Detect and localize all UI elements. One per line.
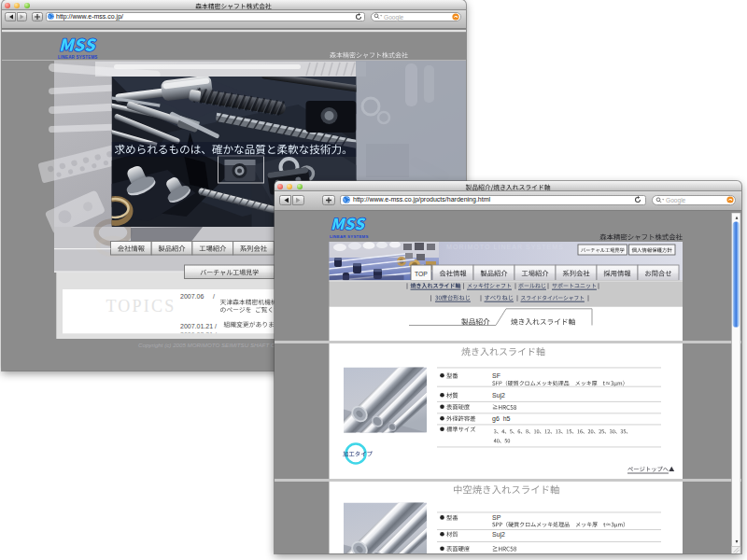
svg-text:Suj2: Suj2 <box>492 531 505 539</box>
svg-text:TOPICS: TOPICS <box>106 297 176 315</box>
svg-text:MORIMOTO LINEAR SYSTEMS: MORIMOTO LINEAR SYSTEMS <box>446 244 564 250</box>
svg-text:LINEAR SYSTEMS: LINEAR SYSTEMS <box>330 233 369 238</box>
svg-text:Suj2: Suj2 <box>492 392 505 399</box>
svg-text:TOP: TOP <box>415 270 428 276</box>
svg-text:g6 h5: g6 h5 <box>492 415 511 423</box>
svg-text:SP: SP <box>492 514 501 521</box>
svg-text:2007.01.21 /: 2007.01.21 / <box>180 323 217 329</box>
svg-text:2007.06: 2007.06 <box>180 293 204 300</box>
svg-text:SF: SF <box>492 371 500 378</box>
svg-text:/: / <box>213 293 215 300</box>
svg-text:LINEAR SYSTEMS: LINEAR SYSTEMS <box>58 55 98 60</box>
